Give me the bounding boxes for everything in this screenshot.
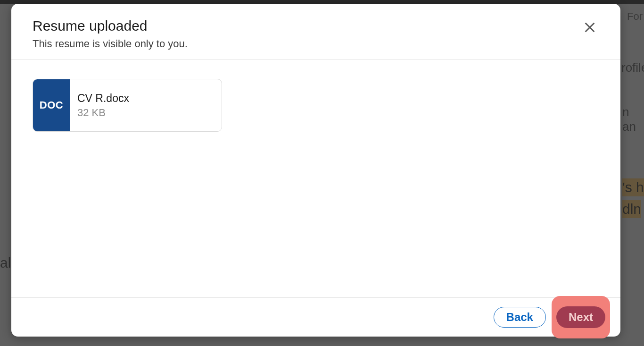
next-button[interactable]: Next (556, 306, 605, 328)
next-button-highlight: Next (552, 296, 610, 338)
file-info: CV R.docx 32 KB (70, 79, 222, 131)
back-button[interactable]: Back (494, 307, 546, 328)
modal-header: Resume uploaded This resume is visible o… (11, 4, 620, 60)
modal-subtitle: This resume is visible only to you. (33, 38, 188, 50)
file-name: CV R.docx (77, 92, 222, 105)
header-texts: Resume uploaded This resume is visible o… (33, 18, 188, 50)
file-size: 32 KB (77, 107, 222, 119)
modal-footer: Back Next (11, 297, 620, 337)
file-type-badge: DOC (33, 79, 70, 131)
close-icon (582, 20, 597, 35)
modal-body: DOC CV R.docx 32 KB (11, 60, 620, 297)
resume-uploaded-modal: Resume uploaded This resume is visible o… (11, 4, 620, 337)
close-button[interactable] (580, 18, 599, 38)
modal-title: Resume uploaded (33, 18, 188, 34)
uploaded-file-card[interactable]: DOC CV R.docx 32 KB (33, 79, 222, 132)
